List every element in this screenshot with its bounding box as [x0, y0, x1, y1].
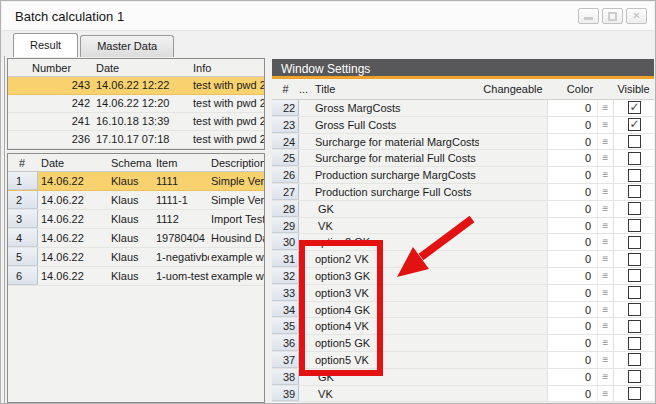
- titlebar[interactable]: Batch calculation 1 ✕: [2, 2, 654, 31]
- visible-checkbox[interactable]: [628, 269, 641, 282]
- item-row[interactable]: 414.06.22Klaus19780404Housind Damp: [8, 229, 264, 248]
- row-number[interactable]: 29: [272, 218, 299, 234]
- color-menu-button[interactable]: ≡: [597, 335, 613, 351]
- color-value-field[interactable]: 0: [547, 386, 597, 402]
- batch-row[interactable]: 24314.06.22 12:22test with pwd 2: [8, 77, 264, 95]
- visible-checkbox[interactable]: [628, 101, 641, 114]
- batch-row[interactable]: 23617.10.17 07:18test with pwd 2: [8, 131, 264, 149]
- visible-checkbox[interactable]: [628, 169, 641, 182]
- color-menu-button[interactable]: ≡: [597, 386, 613, 402]
- setting-row[interactable]: 33option3 VK0≡: [272, 285, 654, 302]
- row-number[interactable]: 31: [272, 251, 299, 267]
- row-header[interactable]: 2: [8, 191, 38, 209]
- row-number[interactable]: 27: [272, 184, 299, 200]
- visible-checkbox[interactable]: [628, 286, 641, 299]
- visible-checkbox[interactable]: [628, 236, 641, 249]
- color-value-field[interactable]: 0: [547, 302, 597, 318]
- color-menu-button[interactable]: ≡: [597, 134, 613, 150]
- visible-checkbox[interactable]: [628, 118, 641, 131]
- item-row[interactable]: 314.06.22Klaus1112Import Test: [8, 210, 264, 229]
- row-number[interactable]: 39: [272, 386, 299, 402]
- row-header[interactable]: 1: [8, 172, 38, 190]
- color-value-field[interactable]: 0: [547, 369, 597, 385]
- tab-result[interactable]: Result: [13, 33, 78, 57]
- setting-row[interactable]: 22Gross MargCosts0≡: [272, 100, 654, 117]
- color-menu-button[interactable]: ≡: [597, 201, 613, 217]
- visible-checkbox[interactable]: [628, 253, 641, 266]
- visible-checkbox[interactable]: [628, 202, 641, 215]
- color-value-field[interactable]: 0: [547, 167, 597, 183]
- setting-row[interactable]: 37option5 VK0≡: [272, 352, 654, 369]
- item-row[interactable]: 514.06.22Klaus1-negativbcexample with: [8, 248, 264, 267]
- color-menu-button[interactable]: ≡: [597, 234, 613, 250]
- visible-checkbox[interactable]: [628, 152, 641, 165]
- visible-checkbox[interactable]: [628, 337, 641, 350]
- color-value-field[interactable]: 0: [547, 100, 597, 116]
- visible-checkbox[interactable]: [628, 387, 641, 400]
- item-row[interactable]: 114.06.22Klaus1111Simple Version: [8, 172, 264, 191]
- row-number[interactable]: 22: [272, 100, 299, 116]
- row-number[interactable]: 36: [272, 335, 299, 351]
- close-button[interactable]: ✕: [626, 8, 647, 24]
- setting-row[interactable]: 28 GK0≡: [272, 201, 654, 218]
- row-number[interactable]: 34: [272, 302, 299, 318]
- color-menu-button[interactable]: ≡: [597, 184, 613, 200]
- color-menu-button[interactable]: ≡: [597, 352, 613, 368]
- row-number[interactable]: 26: [272, 167, 299, 183]
- color-menu-button[interactable]: ≡: [597, 218, 613, 234]
- row-number[interactable]: 35: [272, 318, 299, 334]
- color-menu-button[interactable]: ≡: [597, 369, 613, 385]
- setting-row[interactable]: 24Surcharge for material MargCosts0≡: [272, 134, 654, 151]
- color-menu-button[interactable]: ≡: [597, 268, 613, 284]
- color-value-field[interactable]: 0: [547, 318, 597, 334]
- visible-checkbox[interactable]: [628, 135, 641, 148]
- color-menu-button[interactable]: ≡: [597, 251, 613, 267]
- setting-row[interactable]: 29 VK0≡: [272, 218, 654, 235]
- color-menu-button[interactable]: ≡: [597, 318, 613, 334]
- setting-row[interactable]: 38 GK0≡: [272, 369, 654, 386]
- row-header[interactable]: 6: [8, 267, 38, 285]
- setting-row[interactable]: 39 VK0≡: [272, 386, 654, 403]
- setting-row[interactable]: 35option4 VK0≡: [272, 318, 654, 335]
- color-value-field[interactable]: 0: [547, 184, 597, 200]
- visible-checkbox[interactable]: [628, 320, 641, 333]
- item-row[interactable]: 614.06.22Klaus1-uom-testexample with: [8, 267, 264, 286]
- row-number[interactable]: 25: [272, 150, 299, 166]
- color-value-field[interactable]: 0: [547, 352, 597, 368]
- color-value-field[interactable]: 0: [547, 251, 597, 267]
- row-number[interactable]: 32: [272, 268, 299, 284]
- color-value-field[interactable]: 0: [547, 268, 597, 284]
- row-number[interactable]: 30: [272, 234, 299, 250]
- maximize-button[interactable]: [602, 8, 623, 24]
- visible-checkbox[interactable]: [628, 353, 641, 366]
- tab-master-data[interactable]: Master Data: [80, 35, 174, 57]
- color-value-field[interactable]: 0: [547, 218, 597, 234]
- batch-row[interactable]: 24116.10.18 13:39test with pwd 2: [8, 113, 264, 131]
- color-menu-button[interactable]: ≡: [597, 167, 613, 183]
- setting-row[interactable]: 27Production surcharge Full Costs0≡: [272, 184, 654, 201]
- row-header[interactable]: 5: [8, 248, 38, 266]
- row-number[interactable]: 24: [272, 134, 299, 150]
- color-value-field[interactable]: 0: [547, 134, 597, 150]
- row-number[interactable]: 28: [272, 201, 299, 217]
- setting-row[interactable]: 30option2 GK0≡: [272, 234, 654, 251]
- setting-row[interactable]: 26Production surcharge MargCosts0≡: [272, 167, 654, 184]
- setting-row[interactable]: 36option5 GK0≡: [272, 335, 654, 352]
- visible-checkbox[interactable]: [628, 219, 641, 232]
- setting-row[interactable]: 34option4 GK0≡: [272, 302, 654, 319]
- row-number[interactable]: 38: [272, 369, 299, 385]
- color-value-field[interactable]: 0: [547, 234, 597, 250]
- visible-checkbox[interactable]: [628, 185, 641, 198]
- color-value-field[interactable]: 0: [547, 335, 597, 351]
- setting-row[interactable]: 31option2 VK0≡: [272, 251, 654, 268]
- item-row[interactable]: 214.06.22Klaus1111-1Simple Version: [8, 191, 264, 210]
- row-number[interactable]: 33: [272, 285, 299, 301]
- color-value-field[interactable]: 0: [547, 150, 597, 166]
- color-menu-button[interactable]: ≡: [597, 117, 613, 133]
- color-menu-button[interactable]: ≡: [597, 150, 613, 166]
- color-menu-button[interactable]: ≡: [597, 285, 613, 301]
- batch-row[interactable]: 24214.06.22 12:20test with pwd 2: [8, 95, 264, 113]
- setting-row[interactable]: 23Gross Full Costs0≡: [272, 117, 654, 134]
- color-value-field[interactable]: 0: [547, 201, 597, 217]
- row-number[interactable]: 23: [272, 117, 299, 133]
